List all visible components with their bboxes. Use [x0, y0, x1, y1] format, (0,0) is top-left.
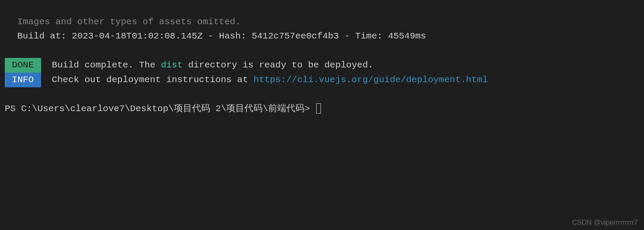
watermark-text: CSDN @viperrrrrrrrr7 — [572, 219, 638, 227]
build-timestamp: 2023-04-18T01:02:08.145Z — [72, 31, 202, 41]
done-msg-pre: Build complete. The — [52, 60, 161, 70]
info-line: INFO Check out deployment instructions a… — [0, 73, 644, 87]
cursor-icon — [316, 103, 321, 114]
hash-separator: - Hash: — [202, 31, 251, 41]
info-badge: INFO — [5, 73, 41, 87]
build-info-line: Build at: 2023-04-18T01:02:08.145Z - Has… — [0, 29, 644, 44]
build-at-label: Build at: — [17, 31, 72, 41]
shell-prompt: PS C:\Users\clearlove7\Desktop\项目代码 2\项目… — [5, 104, 315, 114]
done-badge: DONE — [5, 58, 41, 73]
build-hash: 5412c757ee0cf4b3 — [252, 31, 339, 41]
blank-line — [0, 44, 644, 58]
time-separator: - Time: — [339, 31, 388, 41]
done-line: DONE Build complete. The dist directory … — [0, 58, 644, 73]
prompt-line[interactable]: PS C:\Users\clearlove7\Desktop\项目代码 2\项目… — [0, 102, 644, 116]
blank-line — [0, 0, 644, 15]
info-msg-pre: Check out deployment instructions at — [52, 75, 253, 85]
deployment-url-link[interactable]: https://cli.vuejs.org/guide/deployment.h… — [253, 75, 488, 85]
dist-directory: dist — [161, 60, 183, 70]
build-time: 45549ms — [388, 31, 426, 41]
terminal-output[interactable]: Images and other types of assets omitted… — [0, 0, 644, 116]
assets-omitted-line: Images and other types of assets omitted… — [0, 15, 644, 29]
blank-line — [0, 87, 644, 102]
done-msg-post: directory is ready to be deployed. — [183, 60, 373, 70]
